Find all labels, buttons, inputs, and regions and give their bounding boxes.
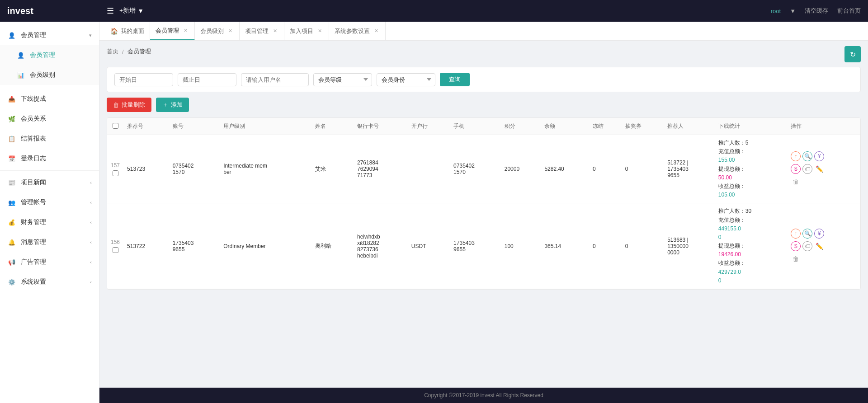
td-account-2: 17354039655 [169,203,220,289]
batch-delete-button[interactable]: 🗑 批量删除 [107,98,151,112]
td-bank-1 [408,135,450,203]
sidebar-item-relation[interactable]: 🌿 会员关系 [0,109,99,129]
sidebar: 👤 会员管理 ▾ 👤 会员管理 📊 会员级别 📥 下线提成 🌿 会员关系 📋 结… [0,22,99,403]
td-op-1: ↑ 🔍 ¥ $ 🏷 ✏️ [787,135,860,203]
table-row: 157 513723 07354021570 Intermediate memb… [107,135,860,203]
edit-icon-1[interactable]: ✏️ [814,164,824,174]
sidebar-item-finance[interactable]: 💰 财务管理 ‹ [0,212,99,232]
edit-icon-2[interactable]: ✏️ [814,241,824,251]
tab-project-close[interactable]: ✕ [271,28,278,35]
add-icon: ＋ [162,101,168,109]
stats-promoter-2: 推广人数：30 [718,207,783,216]
th-bank: 开户行 [408,118,450,135]
tab-desk[interactable]: 🏠 我的桌面 [105,22,150,40]
tab-project[interactable]: 项目管理 ✕ [240,22,284,40]
delete-icon-1[interactable]: 🗑 [791,177,801,187]
tab-level-close[interactable]: ✕ [226,28,234,35]
sidebar-item-message[interactable]: 🔔 消息管理 ‹ [0,232,99,252]
setting-icon: ⚙️ [7,277,16,286]
username-input[interactable] [241,73,309,86]
breadcrumb-sep: / [122,48,124,55]
select-all-checkbox[interactable] [113,123,118,129]
sidebar-item-login-log-label: 登录日志 [21,155,92,163]
member-level-icon: 📊 [16,70,25,80]
user-dropdown-icon[interactable]: ▼ [790,8,796,14]
sidebar-item-member-level[interactable]: 📊 会员级别 [0,65,99,85]
td-bank-2: USDT [408,203,450,289]
clear-cache-button[interactable]: 清空缓存 [805,7,828,15]
row-checkbox-1[interactable] [113,170,118,176]
tab-member-close[interactable]: ✕ [182,27,189,34]
tab-join[interactable]: 加入项目 ✕ [284,22,329,40]
yuan-icon-1[interactable]: ¥ [814,151,824,161]
user-name[interactable]: root [771,8,781,14]
refresh-button[interactable]: ↻ [844,46,861,62]
level-select[interactable]: 会员等级 [313,73,372,86]
delete-icon-2[interactable]: 🗑 [791,254,801,264]
front-page-button[interactable]: 前台首页 [837,7,861,15]
add-button[interactable]: ＋ 添加 [156,98,189,112]
th-points: 积分 [501,118,541,135]
sidebar-item-label: 会员管理 [21,31,89,39]
th-op: 操作 [787,118,860,135]
tab-sysparams[interactable]: 系统参数设置 ✕ [329,22,386,40]
start-date-input[interactable] [114,73,173,86]
end-date-input[interactable] [178,73,236,86]
tab-member[interactable]: 会员管理 ✕ [150,22,195,40]
td-name-2: 奥利给 [311,203,354,289]
delete-icon: 🗑 [113,102,119,108]
td-points-2: 100 [501,203,541,289]
search-bar: 会员等级 会员身份 查询 [107,67,861,92]
stats-earnings-amt-1: 105.00 [718,191,783,199]
tab-bar: 🏠 我的桌面 会员管理 ✕ 会员级别 ✕ 项目管理 ✕ 加入项目 ✕ 系统参数设… [99,22,868,41]
breadcrumb-current: 会员管理 [127,47,151,56]
tag-icon-1[interactable]: 🏷 [802,164,812,174]
view-icon-1[interactable]: 🔍 [802,151,812,161]
op-row-del-1: 🗑 [791,177,857,187]
table-header-row: 推荐号 账号 用户级别 姓名 银行卡号 开户行 手机 积分 余额 冻结 抽奖券 … [107,118,860,135]
sidebar-item-downline[interactable]: 📥 下线提成 [0,89,99,109]
message-arrow-icon: ‹ [90,239,92,245]
row-checkbox-2[interactable] [113,247,118,253]
dollar-icon-2[interactable]: $ [791,241,801,251]
app-logo: invest [7,6,107,16]
stats-recharge-amt-2: 449155.00 [718,225,783,242]
add-new-button[interactable]: +新增 ▼ [119,7,144,15]
view-icon-2[interactable]: 🔍 [802,229,812,239]
op-row-del-2: 🗑 [791,254,857,264]
tab-level-label: 会员级别 [200,27,224,35]
sidebar-item-ad[interactable]: 📢 广告管理 ‹ [0,252,99,272]
sidebar-item-account[interactable]: 👥 管理帐号 ‹ [0,192,99,212]
stats-promoter-1: 推广人数：5 [718,139,783,147]
recharge-icon-2[interactable]: ↑ [791,229,801,239]
td-phone-2: 17354039655 [450,203,501,289]
op-row-top-1: ↑ 🔍 ¥ [791,151,857,161]
tab-level[interactable]: 会员级别 ✕ [195,22,240,40]
stats-withdraw-label-2: 提现总额： [718,242,783,250]
td-referral-1: 513723 [123,135,169,203]
th-name: 姓名 [311,118,354,135]
stats-withdraw-label-1: 提现总额： [718,165,783,173]
tag-icon-2[interactable]: 🏷 [802,241,812,251]
tab-join-close[interactable]: ✕ [316,28,323,35]
breadcrumb-home[interactable]: 首页 [107,47,118,56]
th-checkbox [107,118,123,135]
yuan-icon-2[interactable]: ¥ [814,229,824,239]
sidebar-item-member-list[interactable]: 👤 会员管理 [0,45,99,65]
td-level-1: Intermediate member [220,135,311,203]
sidebar-item-login-log[interactable]: 📅 登录日志 [0,149,99,169]
sidebar-item-member-level-label: 会员级别 [30,71,92,79]
sidebar-item-report[interactable]: 📋 结算报表 [0,129,99,149]
td-bankcard-1: 2761884762909471773 [354,135,408,203]
menu-toggle-button[interactable]: ☰ [107,6,114,16]
search-button[interactable]: 查询 [440,73,470,86]
identity-select[interactable]: 会员身份 [377,73,435,86]
sidebar-item-setting[interactable]: ⚙️ 系统设置 ‹ [0,272,99,292]
sidebar-item-news[interactable]: 📰 项目新闻 ‹ [0,173,99,192]
dollar-icon-1[interactable]: $ [791,164,801,174]
row-id-2: 156 [111,239,120,245]
tab-sysparams-close[interactable]: ✕ [373,28,380,35]
sidebar-item-member-mgmt[interactable]: 👤 会员管理 ▾ [0,25,99,45]
recharge-icon-1[interactable]: ↑ [791,151,801,161]
sidebar-item-message-label: 消息管理 [21,238,90,246]
